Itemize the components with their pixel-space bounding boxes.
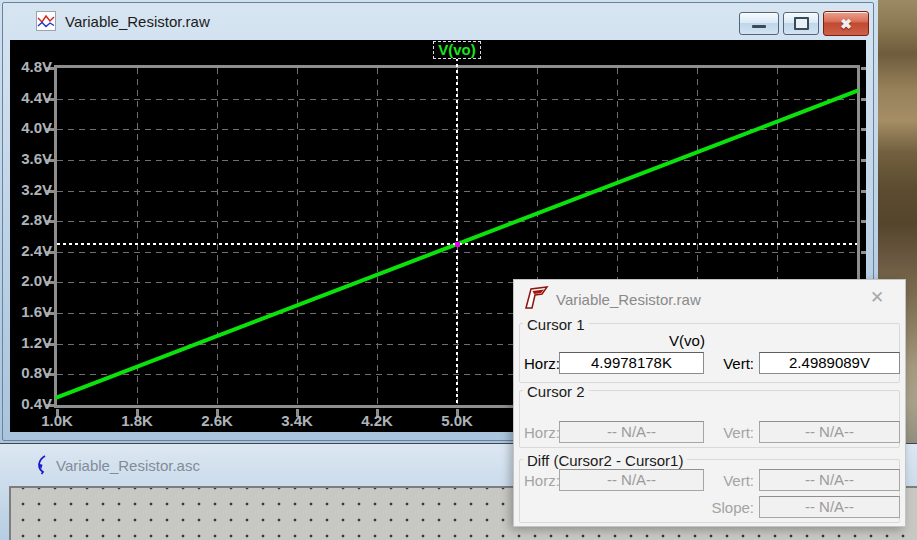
x-axis-label: 4.2K [349, 412, 405, 429]
y-axis-label: 0.8V [11, 364, 52, 381]
cursor1-horz-field[interactable]: 4.9978178K [559, 352, 704, 374]
y-axis-label: 2.8V [11, 211, 52, 228]
cursor-dialog-title: Variable_Resistor.raw [556, 291, 701, 308]
dialog-close-icon[interactable]: ✕ [866, 288, 888, 308]
maximize-button[interactable] [783, 12, 819, 35]
cursor1-vert-field[interactable]: 2.4989089V [759, 352, 900, 374]
cursor1-vertical-line[interactable] [456, 58, 458, 405]
cursor1-marker [455, 242, 460, 247]
close-icon: ✖ [840, 17, 852, 31]
cursor1-group-label: Cursor 1 [523, 316, 589, 333]
x-axis-label: 1.8K [109, 412, 165, 429]
ltspice-logo-icon [523, 286, 549, 313]
waveform-titlebar[interactable]: Variable_Resistor.raw ✖ [3, 3, 873, 39]
cursor-dialog[interactable]: Variable_Resistor.raw ✕ Cursor 1 V(vo) H… [513, 279, 906, 527]
maximize-icon [794, 17, 809, 30]
y-axis-tick [861, 190, 866, 193]
diff-slope-label: Slope: [688, 499, 754, 516]
schematic-document-icon [33, 455, 51, 479]
y-axis-label: 4.4V [11, 89, 52, 106]
y-axis-tick [861, 67, 866, 70]
cursor2-vert-label: Vert: [714, 424, 754, 441]
x-axis-label: 3.4K [269, 412, 325, 429]
minimize-button[interactable] [739, 12, 779, 35]
schematic-window-title: Variable_Resistor.asc [56, 457, 200, 474]
trace-label[interactable]: V(vo) [433, 41, 481, 59]
screen: Variable_Resistor.raw ✖ 4.8V4.4V4.0V3.6V… [0, 0, 917, 540]
y-axis-label: 3.6V [11, 150, 52, 167]
close-button[interactable]: ✖ [823, 11, 869, 36]
minimize-icon [752, 25, 766, 28]
x-axis-label: 1.0K [29, 412, 85, 429]
y-axis-label: 1.2V [11, 334, 52, 351]
diff-horz-label: Horz: [524, 472, 560, 489]
y-axis-tick [861, 220, 866, 223]
y-axis-tick [861, 251, 866, 254]
cursor2-horz-label: Horz: [524, 424, 560, 441]
cursor2-group-label: Cursor 2 [523, 383, 589, 400]
y-axis-tick [861, 159, 866, 162]
diff-vert-label: Vert: [714, 472, 754, 489]
y-axis-label: 3.2V [11, 181, 52, 198]
y-axis-label: 4.8V [11, 58, 52, 75]
y-axis-label: 4.0V [11, 119, 52, 136]
y-axis-label: 0.4V [11, 395, 52, 412]
trace-label-wrap: V(vo) [57, 41, 857, 59]
diff-horz-field: -- N/A-- [559, 469, 704, 491]
cursor1-trace-name: V(vo) [627, 332, 747, 349]
diff-slope-field: -- N/A-- [759, 496, 900, 518]
y-axis-tick [861, 128, 866, 131]
x-axis-label: 2.6K [189, 412, 245, 429]
y-axis-label: 1.6V [11, 303, 52, 320]
cursor2-vert-field: -- N/A-- [759, 421, 900, 443]
cursor1-vert-label: Vert: [714, 355, 754, 372]
cursor1-horz-label: Horz: [524, 355, 560, 372]
diff-vert-field: -- N/A-- [759, 469, 900, 491]
y-axis-label: 2.4V [11, 242, 52, 259]
y-axis-tick [861, 98, 866, 101]
waveform-window-title: Variable_Resistor.raw [65, 13, 210, 30]
diff-group-label: Diff (Cursor2 - Cursor1) [523, 452, 687, 469]
cursor2-horz-field: -- N/A-- [559, 421, 704, 443]
x-axis-label: 5.0K [429, 412, 485, 429]
waveform-document-icon [36, 11, 56, 31]
y-axis-label: 2.0V [11, 272, 52, 289]
